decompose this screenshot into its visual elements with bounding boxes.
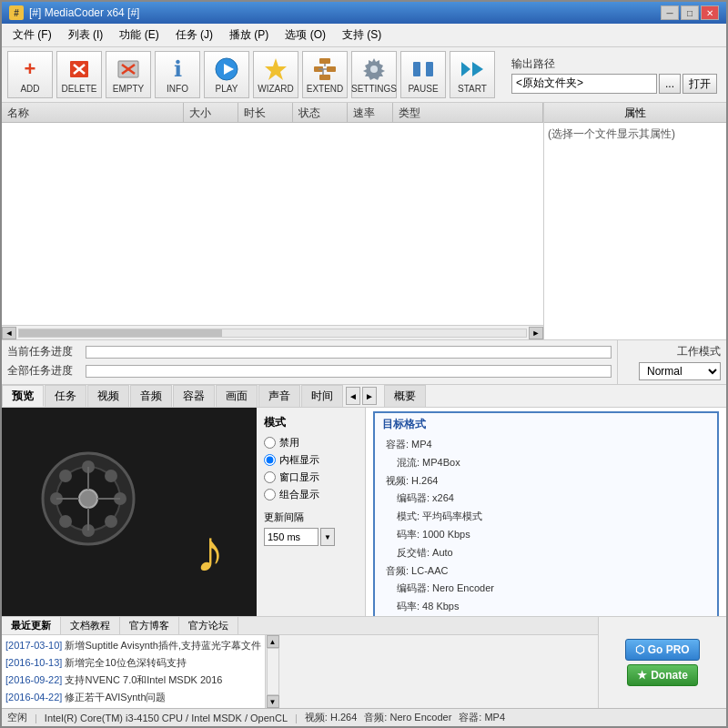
news-item-1: [2016-10-13] 新增完全10位色深转码支持 bbox=[5, 654, 261, 672]
menu-list[interactable]: 列表 (I) bbox=[61, 25, 111, 45]
svg-rect-9 bbox=[319, 58, 330, 64]
mode-inner-radio[interactable] bbox=[264, 454, 276, 466]
mode-settings-panel: 模式 禁用 内框显示 窗口显示 组合显示 bbox=[257, 408, 366, 616]
menu-options[interactable]: 选项 (O) bbox=[278, 25, 333, 45]
tab-task[interactable]: 任务 bbox=[45, 385, 86, 407]
menu-task[interactable]: 任务 (J) bbox=[168, 25, 220, 45]
pause-label: PAUSE bbox=[408, 84, 438, 94]
minimize-button[interactable]: ─ bbox=[661, 5, 679, 20]
mode-window[interactable]: 窗口显示 bbox=[264, 470, 358, 484]
interval-section: 更新间隔 ▼ bbox=[264, 511, 358, 546]
file-list-area: 名称 大小 时长 状态 速率 类型 ◄ ► bbox=[2, 103, 544, 339]
total-progress-row: 全部任务进度 bbox=[7, 363, 612, 379]
news-item-3: [2016-04-22] 修正若干AVISynth问题 bbox=[5, 689, 261, 706]
mode-combined-radio[interactable] bbox=[264, 489, 276, 500]
main-content: 名称 大小 时长 状态 速率 类型 ◄ ► 属性 (选择一个文件显 bbox=[2, 103, 726, 339]
info-label: INFO bbox=[167, 84, 188, 94]
file-list-header: 名称 大小 时长 状态 速率 类型 bbox=[2, 103, 543, 123]
tab-video[interactable]: 视频 bbox=[87, 385, 129, 407]
close-button[interactable]: ✕ bbox=[701, 5, 719, 20]
maximize-button[interactable]: □ bbox=[681, 5, 699, 20]
tab-picture[interactable]: 画面 bbox=[216, 385, 258, 407]
output-label: 输出路径 bbox=[511, 56, 717, 72]
scroll-track-h bbox=[18, 329, 527, 338]
progress-mode-section: 当前任务进度 全部任务进度 工作模式 Normal Batch Server bbox=[2, 339, 726, 385]
mode-title: 模式 bbox=[264, 415, 358, 430]
news-scroll-up[interactable]: ▲ bbox=[267, 635, 279, 648]
work-mode-select[interactable]: Normal Batch Server bbox=[639, 362, 721, 380]
format-acodec: 编码器: Nero Encoder bbox=[382, 580, 710, 598]
donate-label: Donate bbox=[651, 669, 688, 682]
empty-label: EMPTY bbox=[113, 84, 144, 94]
toolbar: + ADD DELETE EMPTY bbox=[2, 47, 726, 103]
extend-button[interactable]: EXTEND bbox=[302, 51, 348, 98]
title-bar-left: # [#] MediaCoder x64 [#] bbox=[9, 5, 139, 20]
news-scroll-down[interactable]: ▼ bbox=[267, 695, 279, 708]
menu-file[interactable]: 文件 (F) bbox=[5, 25, 59, 45]
format-audio: 音频: LC-AAC bbox=[382, 562, 710, 581]
file-list-hscroll[interactable]: ◄ ► bbox=[2, 325, 543, 339]
go-pro-button[interactable]: ⬡ Go PRO bbox=[625, 639, 699, 661]
current-progress-bar bbox=[86, 346, 612, 359]
tab-overview[interactable]: 概要 bbox=[384, 385, 426, 407]
wizard-label: WIZARD bbox=[258, 84, 293, 94]
menu-support[interactable]: 支持 (S) bbox=[335, 25, 389, 45]
col-duration: 时长 bbox=[238, 103, 293, 122]
news-tab-blog[interactable]: 官方博客 bbox=[120, 617, 179, 634]
current-progress-label: 当前任务进度 bbox=[7, 344, 80, 359]
scroll-left-btn[interactable]: ◄ bbox=[2, 327, 16, 339]
tab-nav-next[interactable]: ► bbox=[362, 387, 377, 405]
mode-window-radio[interactable] bbox=[264, 471, 276, 483]
tab-preview[interactable]: 预览 bbox=[2, 385, 44, 407]
svg-marker-21 bbox=[472, 62, 483, 76]
browse-button[interactable]: ... bbox=[659, 74, 681, 94]
film-reel-icon bbox=[38, 449, 138, 549]
interval-dropdown[interactable]: ▼ bbox=[320, 528, 335, 546]
mode-combined[interactable]: 组合显示 bbox=[264, 488, 358, 501]
news-tab-forum[interactable]: 官方论坛 bbox=[179, 617, 238, 634]
scroll-thumb-h bbox=[19, 329, 222, 337]
play-button[interactable]: PLAY bbox=[204, 51, 249, 98]
menu-play[interactable]: 播放 (P) bbox=[222, 25, 276, 45]
pause-button[interactable]: PAUSE bbox=[400, 51, 446, 98]
interval-input[interactable] bbox=[264, 528, 318, 546]
overview-tab-container: 概要 bbox=[384, 385, 427, 407]
start-button[interactable]: START bbox=[450, 51, 495, 98]
open-button[interactable]: 打开 bbox=[682, 74, 717, 94]
tab-nav-prev[interactable]: ◄ bbox=[346, 387, 360, 405]
mode-inner[interactable]: 内框显示 bbox=[264, 453, 358, 467]
empty-icon bbox=[116, 56, 141, 82]
format-container: 容器: MP4 bbox=[382, 436, 710, 454]
tab-container[interactable]: 容器 bbox=[173, 385, 215, 407]
menu-function[interactable]: 功能 (E) bbox=[112, 25, 166, 45]
info-button[interactable]: ℹ INFO bbox=[155, 51, 200, 98]
wizard-button[interactable]: WIZARD bbox=[253, 51, 298, 98]
overview-panel: 目标格式 容器: MP4 混流: MP4Box 视频: H.264 编码器: x… bbox=[366, 408, 726, 616]
progress-bars: 当前任务进度 全部任务进度 bbox=[2, 340, 617, 384]
col-name: 名称 bbox=[2, 103, 184, 122]
tab-sound[interactable]: 声音 bbox=[258, 385, 300, 407]
scroll-right-btn[interactable]: ► bbox=[529, 327, 543, 339]
svg-marker-8 bbox=[265, 58, 287, 80]
add-button[interactable]: + ADD bbox=[7, 51, 53, 98]
settings-button[interactable]: SETTINGS bbox=[351, 51, 397, 98]
news-list[interactable]: [2017-03-10] 新增Suptitle Avisynth插件,支持蓝光字… bbox=[2, 635, 265, 708]
output-path-input[interactable] bbox=[511, 74, 657, 94]
format-vbitrate: 码率: 1000 Kbps bbox=[382, 526, 710, 544]
delete-button[interactable]: DELETE bbox=[56, 51, 102, 98]
empty-button[interactable]: EMPTY bbox=[106, 51, 151, 98]
tab-time[interactable]: 时间 bbox=[301, 385, 343, 407]
news-tab-docs[interactable]: 文档教程 bbox=[61, 617, 120, 634]
main-window: # [#] MediaCoder x64 [#] ─ □ ✕ 文件 (F) 列表… bbox=[0, 0, 728, 728]
file-list-body[interactable] bbox=[2, 123, 543, 325]
donate-button[interactable]: ★ Donate bbox=[627, 664, 698, 686]
news-section: 最近更新 文档教程 官方博客 官方论坛 [2017-03-10] 新增Supti… bbox=[2, 617, 599, 708]
properties-header: 属性 bbox=[544, 103, 726, 123]
target-format-title: 目标格式 bbox=[382, 417, 710, 432]
mode-disabled[interactable]: 禁用 bbox=[264, 436, 358, 450]
tab-audio[interactable]: 音频 bbox=[130, 385, 172, 407]
mode-disabled-radio[interactable] bbox=[264, 437, 276, 449]
svg-rect-18 bbox=[413, 62, 420, 76]
news-tab-updates[interactable]: 最近更新 bbox=[2, 617, 61, 634]
svg-point-24 bbox=[79, 490, 97, 508]
